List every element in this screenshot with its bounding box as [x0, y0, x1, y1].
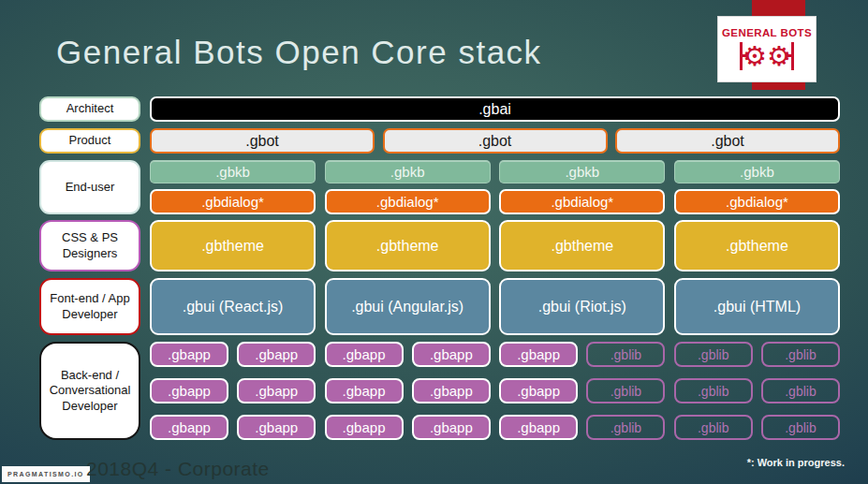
gbapp-box: .gbapp [499, 415, 578, 440]
gbapp-box: .gbapp [325, 415, 404, 440]
general-bots-logo: GENERAL BOTS ⚙ ⚙ [717, 16, 817, 82]
row-backend-1: .gbapp .gbapp .gbapp .gbapp .gbapp .gbli… [150, 342, 840, 367]
gbapp-box: .gbapp [150, 378, 228, 403]
gbui-html-box: .gbui (HTML) [674, 278, 840, 335]
slide-edition-text: 2018Q4 - Corporate [86, 458, 270, 480]
role-label-back-end-conversational-developer: Back-end / Conversational Developer [39, 342, 140, 440]
gears-icon: ⚙ ⚙ [740, 40, 794, 72]
gbapp-box: .gbapp [325, 378, 404, 403]
row-gbui: .gbui (React.js) .gbui (Angular.js) .gbu… [150, 278, 840, 335]
logo-brand-text: GENERAL BOTS [722, 27, 812, 38]
gbapp-box: .gbapp [499, 378, 578, 403]
row-backend-2: .gbapp .gbapp .gbapp .gbapp .gbapp .gbli… [150, 378, 840, 403]
gbkb-box: .gbkb [499, 160, 665, 183]
gbui-react-box: .gbui (React.js) [150, 278, 316, 335]
work-in-progress-note: *: Work in progress. [747, 457, 845, 468]
gear-frame-bar [740, 42, 743, 70]
role-label-front-end-app-developer: Font-end / App Developer [39, 278, 140, 335]
gbapp-box: .gbapp [150, 415, 228, 440]
gbapp-box: .gbapp [150, 342, 228, 367]
gbkb-box: .gbkb [150, 160, 316, 183]
gbkb-box: .gbkb [674, 160, 840, 183]
gbapp-box: .gbapp [237, 415, 316, 440]
gbapp-box: .gbapp [237, 342, 316, 367]
gbtheme-box: .gbtheme [325, 220, 491, 271]
row-gbdialog: .gbdialog* .gbdialog* .gbdialog* .gbdial… [150, 189, 840, 214]
gbtheme-box: .gbtheme [150, 220, 316, 271]
gbot-box: .gbot [383, 128, 608, 154]
gblib-box: .gblib [586, 342, 665, 367]
gbtheme-box: .gbtheme [499, 220, 665, 271]
gblib-box: .gblib [674, 415, 753, 440]
gbapp-box: .gbapp [412, 378, 491, 403]
row-backend-3: .gbapp .gbapp .gbapp .gbapp .gbapp .gbli… [150, 415, 840, 440]
gblib-box: .gblib [674, 342, 753, 367]
gbapp-box: .gbapp [499, 342, 578, 367]
gblib-box: .gblib [674, 378, 753, 403]
gbapp-box: .gbapp [412, 415, 491, 440]
gbot-box: .gbot [150, 128, 375, 154]
row-gbai: .gbai [150, 96, 840, 122]
gbdialog-box: .gbdialog* [325, 189, 491, 214]
gbapp-box: .gbapp [237, 378, 316, 403]
slide: General Bots Open Core stack GENERAL BOT… [0, 0, 868, 484]
gbdialog-box: .gbdialog* [150, 189, 316, 214]
gbdialog-box: .gbdialog* [499, 189, 665, 214]
page-title: General Bots Open Core stack [56, 34, 730, 71]
gbui-riot-box: .gbui (Riot.js) [499, 278, 665, 335]
gblib-box: .gblib [586, 415, 665, 440]
gblib-box: .gblib [586, 378, 665, 403]
gbai-box: .gbai [150, 96, 840, 122]
gblib-box: .gblib [761, 415, 840, 440]
gblib-box: .gblib [761, 342, 840, 367]
gbui-angular-box: .gbui (Angular.js) [325, 278, 491, 335]
row-gbtheme: .gbtheme .gbtheme .gbtheme .gbtheme [150, 220, 840, 271]
pragmatismo-watermark: PRAGMATISMO.IO [2, 466, 90, 482]
row-gbot: .gbot .gbot .gbot [150, 128, 840, 154]
gbapp-box: .gbapp [412, 342, 491, 367]
gbkb-box: .gbkb [325, 160, 491, 183]
row-gbkb: .gbkb .gbkb .gbkb .gbkb [150, 160, 840, 183]
role-label-product: Product [39, 128, 140, 154]
role-label-architect: Architect [39, 96, 140, 122]
gbot-box: .gbot [615, 128, 840, 154]
role-label-end-user: End-user [39, 160, 140, 214]
gbdialog-box: .gbdialog* [674, 189, 840, 214]
gbapp-box: .gbapp [325, 342, 404, 367]
gblib-box: .gblib [761, 378, 840, 403]
gear-frame-bar [791, 42, 794, 70]
gbtheme-box: .gbtheme [674, 220, 840, 271]
role-label-css-ps-designers: CSS & PS Designers [39, 220, 140, 271]
